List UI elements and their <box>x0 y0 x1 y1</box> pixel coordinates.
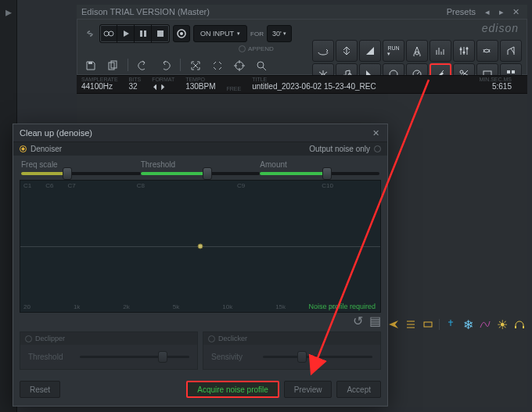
for-label: FOR <box>250 30 264 38</box>
freq-scale-slider[interactable]: Freq scale <box>21 160 141 175</box>
tool-normalize-icon[interactable] <box>336 40 358 62</box>
transport-row: ON INPUT▾ FOR 30' ▾ <box>84 24 292 43</box>
status-bits: 32 <box>129 82 142 91</box>
rail-icon[interactable]: ▸ <box>0 3 17 20</box>
edison-toolbar: edison ON INPUT▾ FOR 30' ▾ APPEND <box>77 19 527 75</box>
append-toggle[interactable]: APPEND <box>239 45 274 52</box>
tool-reverse-icon[interactable] <box>312 40 334 62</box>
svg-rect-3 <box>144 30 146 37</box>
tool-share-icon[interactable] <box>500 40 522 62</box>
save-icon[interactable] <box>84 59 98 73</box>
file-row <box>84 59 268 73</box>
status-bar: SAMPLERATE44100Hz BITS32 FORMAT⏴⏵ TEMPO1… <box>77 75 527 94</box>
radio-icon[interactable] <box>208 335 215 342</box>
stop-icon[interactable] <box>152 25 169 42</box>
declicker-panel: Declicker Sensivity <box>203 331 381 370</box>
svg-point-15 <box>466 48 469 50</box>
window-header: Edison TRIAL VERSION (Master) Presets ◂ … <box>77 5 527 19</box>
acquire-noise-profile-button[interactable]: Acquire noise profile <box>186 381 279 398</box>
svg-rect-23 <box>507 70 510 73</box>
radio-icon <box>239 45 246 52</box>
dialog-title: Clean up (denoise) <box>20 128 370 138</box>
svg-point-0 <box>104 31 109 36</box>
status-format: ⏴⏵ <box>152 82 174 91</box>
redo-icon[interactable] <box>158 59 172 73</box>
status-title: untitled_2023-06-02 15-23-40_REC <box>252 82 376 91</box>
crosshair-icon[interactable] <box>232 59 246 73</box>
amount-slider[interactable]: Amount <box>260 160 379 175</box>
pause-icon[interactable] <box>135 25 152 42</box>
zoom-selection-icon[interactable] <box>210 59 225 73</box>
svg-point-20 <box>460 70 463 73</box>
undo-icon[interactable] <box>136 59 150 73</box>
tool-loop-icon[interactable] <box>476 40 498 62</box>
record-duration[interactable]: 30' ▾ <box>267 25 292 42</box>
bottom-toolbar: ❄ ☀ <box>387 317 526 332</box>
svg-point-13 <box>460 48 462 51</box>
radio-on-icon <box>20 145 27 152</box>
zoom-icon[interactable] <box>254 59 268 73</box>
preview-button[interactable]: Preview <box>284 381 332 398</box>
tool-fade-icon[interactable] <box>359 40 381 62</box>
close-icon[interactable]: ✕ <box>370 127 381 138</box>
tool-blur-icon[interactable] <box>406 40 428 62</box>
svg-point-1 <box>109 31 113 36</box>
cleanup-dialog: Clean up (denoise) ✕ Denoiser Output noi… <box>13 124 388 407</box>
close-icon[interactable]: ✕ <box>510 6 521 17</box>
list-icon[interactable] <box>404 318 417 331</box>
eq-graph[interactable]: C1C6C7C8C9C10 201k2k5k10k15k20k Noise pr… <box>20 180 381 313</box>
svg-rect-4 <box>157 30 164 37</box>
sun-icon[interactable]: ☀ <box>496 318 509 331</box>
sliders-row: Freq scale Threshold Amount <box>13 156 387 177</box>
edison-logo: edison <box>482 22 519 34</box>
svg-rect-24 <box>512 70 515 73</box>
radio-icon[interactable] <box>374 145 381 152</box>
declicker-sensivity-slider[interactable] <box>263 356 372 358</box>
status-tempo: 130BPM <box>185 82 215 91</box>
svg-rect-29 <box>523 326 524 328</box>
svg-rect-28 <box>515 326 516 328</box>
declipper-panel: Declipper Threshold <box>20 331 198 370</box>
svg-point-6 <box>180 32 183 35</box>
presets-label[interactable]: Presets <box>447 7 476 16</box>
link-icon[interactable] <box>84 27 96 40</box>
record-mode[interactable]: ON INPUT▾ <box>193 25 247 42</box>
reset-button[interactable]: Reset <box>20 381 60 398</box>
presets-next-icon[interactable]: ▸ <box>496 6 507 17</box>
presets-prev-icon[interactable]: ◂ <box>482 6 493 17</box>
zoom-all-icon[interactable] <box>189 59 203 73</box>
svg-rect-7 <box>88 62 92 64</box>
curve-options-icon[interactable]: ▤ <box>368 314 381 327</box>
pin-icon[interactable] <box>444 318 457 331</box>
radio-icon[interactable] <box>25 335 32 342</box>
snow-icon[interactable]: ❄ <box>462 318 474 331</box>
copy-icon[interactable] <box>106 59 120 73</box>
declipper-threshold-slider[interactable] <box>80 356 189 358</box>
threshold-slider[interactable]: Threshold <box>141 160 261 175</box>
accept-button[interactable]: Accept <box>336 381 381 398</box>
tool-eq-icon[interactable] <box>430 40 451 62</box>
headphones-icon[interactable] <box>513 318 526 331</box>
denoiser-header[interactable]: Denoiser Output noise only <box>13 142 387 156</box>
window-title: Edison TRIAL VERSION (Master) <box>81 7 447 16</box>
tool-sliders-icon[interactable] <box>453 40 475 62</box>
svg-point-14 <box>463 52 466 54</box>
transport-group <box>99 24 170 43</box>
svg-point-12 <box>415 52 419 55</box>
loop-icon[interactable] <box>100 25 117 42</box>
stack-icon[interactable] <box>422 318 434 331</box>
svg-rect-2 <box>140 30 142 37</box>
svg-rect-27 <box>424 322 432 327</box>
reset-curve-icon[interactable]: ↺ <box>351 314 364 327</box>
svg-point-11 <box>257 62 264 68</box>
wave-icon[interactable] <box>479 318 491 331</box>
noise-profile-msg: Noise profile required <box>308 303 376 310</box>
status-samplerate: 44100Hz <box>81 82 118 91</box>
tool-run-icon[interactable]: RUN▾ <box>383 40 404 62</box>
play-icon[interactable] <box>117 25 135 42</box>
eq-node[interactable] <box>198 244 203 249</box>
status-length: 5:615 <box>479 82 512 91</box>
send-icon[interactable] <box>387 318 400 331</box>
dialog-titlebar[interactable]: Clean up (denoise) ✕ <box>13 124 387 142</box>
record-icon[interactable] <box>173 25 190 42</box>
